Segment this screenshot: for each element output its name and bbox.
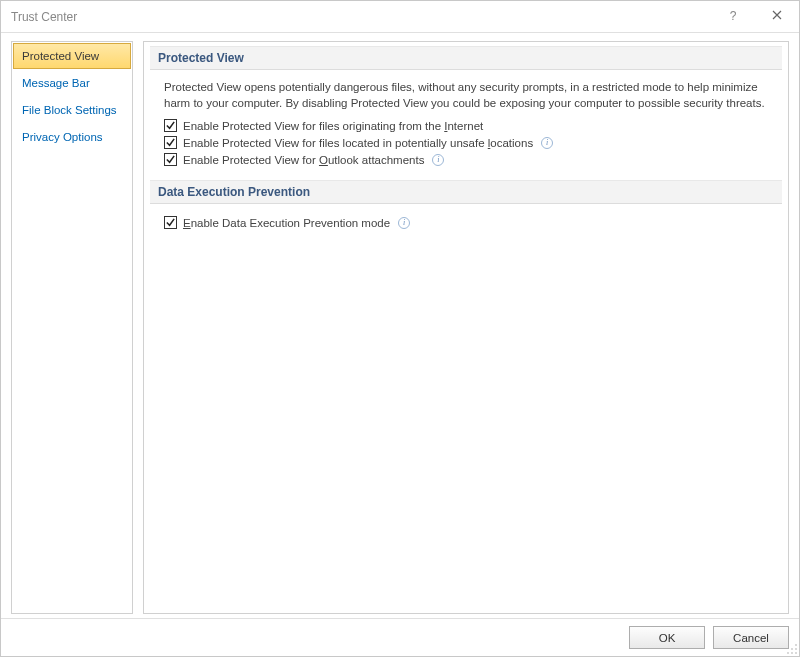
- sidebar-item-label: File Block Settings: [22, 104, 117, 116]
- sidebar-item-label: Message Bar: [22, 77, 90, 89]
- svg-point-1: [795, 648, 797, 650]
- titlebar: Trust Center ?: [1, 1, 799, 33]
- cancel-button[interactable]: Cancel: [713, 626, 789, 649]
- window-title: Trust Center: [11, 10, 77, 24]
- protected-view-option-row: Enable Protected View for Outlook attach…: [164, 151, 768, 168]
- svg-point-0: [795, 644, 797, 646]
- sidebar: Protected ViewMessage BarFile Block Sett…: [11, 41, 133, 614]
- resize-grip-icon[interactable]: [786, 643, 798, 655]
- help-icon: ?: [730, 9, 737, 23]
- protected-view-label[interactable]: Enable Protected View for files located …: [183, 137, 533, 149]
- protected-view-option-row: Enable Protected View for files originat…: [164, 117, 768, 134]
- sidebar-item-file-block-settings[interactable]: File Block Settings: [13, 97, 131, 123]
- dep-label[interactable]: Enable Data Execution Prevention mode: [183, 217, 390, 229]
- help-button[interactable]: ?: [711, 1, 755, 31]
- close-button[interactable]: [755, 1, 799, 31]
- protected-view-checkbox[interactable]: [164, 153, 177, 166]
- section-body-dep: Enable Data Execution Prevention modei: [150, 210, 782, 243]
- svg-point-4: [791, 652, 793, 654]
- info-icon[interactable]: i: [398, 217, 410, 229]
- svg-point-3: [795, 652, 797, 654]
- dep-option-row: Enable Data Execution Prevention modei: [164, 214, 768, 231]
- content-pane: Protected View Protected View opens pote…: [143, 41, 789, 614]
- sidebar-item-message-bar[interactable]: Message Bar: [13, 70, 131, 96]
- section-header-dep: Data Execution Prevention: [150, 180, 782, 204]
- info-icon[interactable]: i: [432, 154, 444, 166]
- info-icon[interactable]: i: [541, 137, 553, 149]
- close-icon: [772, 9, 782, 23]
- sidebar-item-label: Privacy Options: [22, 131, 103, 143]
- protected-view-checkbox[interactable]: [164, 119, 177, 132]
- dialog-body: Protected ViewMessage BarFile Block Sett…: [1, 33, 799, 618]
- svg-point-2: [791, 648, 793, 650]
- svg-point-5: [787, 652, 789, 654]
- titlebar-buttons: ?: [711, 1, 799, 31]
- sidebar-item-protected-view[interactable]: Protected View: [13, 43, 131, 69]
- ok-button[interactable]: OK: [629, 626, 705, 649]
- sidebar-item-privacy-options[interactable]: Privacy Options: [13, 124, 131, 150]
- section-header-protected-view: Protected View: [150, 46, 782, 70]
- dep-checkbox[interactable]: [164, 216, 177, 229]
- dialog-footer: OK Cancel: [1, 618, 799, 656]
- section-body-protected-view: Protected View opens potentially dangero…: [150, 76, 782, 180]
- sidebar-item-label: Protected View: [22, 50, 99, 62]
- protected-view-option-row: Enable Protected View for files located …: [164, 134, 768, 151]
- protected-view-label[interactable]: Enable Protected View for Outlook attach…: [183, 154, 424, 166]
- protected-view-description: Protected View opens potentially dangero…: [164, 80, 768, 111]
- protected-view-label[interactable]: Enable Protected View for files originat…: [183, 120, 483, 132]
- protected-view-checkbox[interactable]: [164, 136, 177, 149]
